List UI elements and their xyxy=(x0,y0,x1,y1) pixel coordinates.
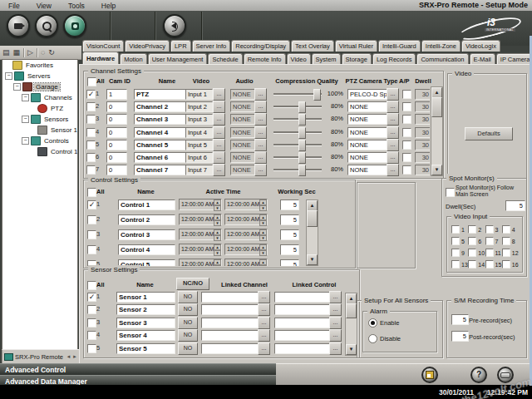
ptz-browse-button[interactable]: ... xyxy=(387,101,399,113)
expand-collapse-icon[interactable]: − xyxy=(22,94,29,101)
time-spinner[interactable]: ▴▾ xyxy=(214,214,221,224)
dwell-input[interactable]: 30 xyxy=(415,114,430,125)
video-input-checkbox[interactable] xyxy=(468,225,476,234)
tab-log-records[interactable]: Log Records xyxy=(372,53,416,65)
cam-id-input[interactable]: 0 xyxy=(106,127,127,138)
spin-down-icon[interactable]: ▾ xyxy=(214,250,221,256)
sensor-name-input[interactable]: Sensor 2 xyxy=(116,304,175,315)
video-input-option-13[interactable]: 13 xyxy=(451,260,468,268)
menu-file[interactable]: File xyxy=(0,1,28,11)
ncno-toggle-button[interactable]: NO xyxy=(178,303,198,316)
spin-up-icon[interactable]: ▴ xyxy=(259,214,267,220)
active-time-end-input[interactable]: 12:00:00 AM▴▾ xyxy=(224,244,268,255)
time-spinner[interactable]: ▴▾ xyxy=(214,200,221,209)
spin-down-icon[interactable]: ▾ xyxy=(259,205,267,211)
compression-quality-slider[interactable] xyxy=(273,118,322,121)
pre-record-input[interactable]: 5 xyxy=(451,314,469,325)
video-input-checkbox[interactable] xyxy=(502,249,510,257)
video-input-option-9[interactable]: 9 xyxy=(451,249,468,257)
video-input-checkbox[interactable] xyxy=(485,249,494,257)
video-input-field[interactable]: Input 1 xyxy=(185,89,213,100)
ncno-toggle-button[interactable]: NO xyxy=(178,291,198,303)
cam-id-input[interactable]: 0 xyxy=(106,140,127,150)
ap-checkbox[interactable] xyxy=(402,153,411,162)
video-input-option-10[interactable]: 10 xyxy=(468,249,485,257)
video-input-option-8[interactable]: 8 xyxy=(502,237,519,245)
tree-item-favorites[interactable]: Favorites xyxy=(2,60,77,71)
slider-thumb[interactable] xyxy=(298,152,306,164)
video-input-checkbox[interactable] xyxy=(451,225,460,234)
linked-control-field[interactable] xyxy=(274,318,331,328)
slider-thumb[interactable] xyxy=(313,89,321,101)
ap-checkbox[interactable] xyxy=(402,165,411,175)
video-input-checkbox[interactable] xyxy=(451,260,460,268)
tab-video[interactable]: Video xyxy=(287,53,311,65)
linked-control-browse-button[interactable]: ... xyxy=(329,342,342,355)
spin-down-icon[interactable]: ▾ xyxy=(214,220,221,226)
audio-browse-button[interactable]: ... xyxy=(254,88,267,101)
sensor-select-checkbox[interactable] xyxy=(87,344,96,353)
scroll-down-icon[interactable]: ▼ xyxy=(431,165,442,175)
linked-control-field[interactable] xyxy=(274,304,331,315)
spin-down-icon[interactable]: ▾ xyxy=(214,265,221,266)
dwell-sec-input[interactable]: 5 xyxy=(505,200,525,211)
tree-item-garage[interactable]: −Garage xyxy=(2,81,77,92)
working-sec-input[interactable]: 5 xyxy=(280,229,299,240)
active-time-end-input[interactable]: 12:00:00 AM▴▾ xyxy=(224,199,268,210)
ptz-camera-type-field[interactable]: NONE xyxy=(347,127,389,138)
video-browse-button[interactable]: ... xyxy=(213,88,225,101)
ncno-toggle-button[interactable]: NO xyxy=(178,342,198,355)
working-sec-input[interactable]: 5 xyxy=(280,244,299,255)
video-input-checkbox[interactable] xyxy=(451,249,460,257)
audio-browse-button[interactable]: ... xyxy=(254,126,267,139)
spin-up-icon[interactable]: ▴ xyxy=(214,229,221,235)
control-select-checkbox[interactable]: ✓ xyxy=(87,200,96,209)
video-input-checkbox[interactable] xyxy=(468,249,476,257)
spin-up-icon[interactable]: ▴ xyxy=(259,259,267,265)
linked-control-browse-button[interactable]: ... xyxy=(329,303,342,316)
video-browse-button[interactable]: ... xyxy=(213,164,225,176)
save-button[interactable] xyxy=(421,367,438,383)
expand-collapse-icon[interactable]: − xyxy=(5,72,12,80)
select-all-controls-checkbox[interactable] xyxy=(87,188,96,197)
control-name-input[interactable]: Control 2 xyxy=(118,214,175,225)
video-input-option-3[interactable]: 3 xyxy=(485,225,502,234)
spin-up-icon[interactable]: ▴ xyxy=(259,229,267,235)
ptz-browse-button[interactable]: ... xyxy=(387,88,399,101)
active-time-end-input[interactable]: 12:00:00 AM▴▾ xyxy=(224,229,268,240)
time-spinner[interactable]: ▴▾ xyxy=(214,244,221,254)
audio-button[interactable] xyxy=(163,14,186,37)
compression-quality-slider[interactable] xyxy=(273,106,322,108)
active-time-start-input[interactable]: 12:00:00 AM▴▾ xyxy=(179,199,222,210)
menu-help[interactable]: Help xyxy=(93,1,124,11)
active-time-start-input[interactable]: 12:00:00 AM▴▾ xyxy=(179,244,222,255)
active-time-start-input[interactable]: 12:00:00 AM▴▾ xyxy=(179,259,222,266)
control-scrollbar[interactable]: ▲ ▼ xyxy=(306,200,318,266)
spin-up-icon[interactable]: ▴ xyxy=(214,259,221,265)
cam-id-input[interactable]: 0 xyxy=(106,152,127,163)
time-spinner[interactable]: ▴▾ xyxy=(259,200,267,209)
tab-scroll-arrows[interactable]: ◄ ► xyxy=(66,354,79,359)
audio-browse-button[interactable]: ... xyxy=(254,113,267,126)
tab-hardware[interactable]: Hardware xyxy=(82,52,119,65)
spin-up-icon[interactable]: ▴ xyxy=(259,200,267,205)
refresh-icon[interactable]: ↻ xyxy=(48,48,55,57)
copy-icon[interactable]: ▤ xyxy=(2,48,10,57)
spin-up-icon[interactable]: ▴ xyxy=(259,244,267,250)
ap-checkbox[interactable] xyxy=(402,140,411,150)
sensor-select-checkbox[interactable] xyxy=(87,318,96,328)
advanced-control-bar[interactable]: Advanced Control xyxy=(0,363,276,375)
select-all-sensors-checkbox[interactable] xyxy=(87,281,96,290)
audio-input-field[interactable]: NONE xyxy=(230,89,256,100)
channel-select-checkbox[interactable]: ✓ xyxy=(86,90,96,99)
sensor-name-input[interactable]: Sensor 4 xyxy=(116,330,175,341)
linked-channel-field[interactable] xyxy=(201,304,259,315)
time-spinner[interactable]: ▴▾ xyxy=(259,214,267,224)
ap-checkbox[interactable] xyxy=(402,128,411,137)
linked-channel-field[interactable] xyxy=(201,330,259,341)
linked-channel-browse-button[interactable]: ... xyxy=(258,291,270,303)
tree-item-controls[interactable]: −Controls xyxy=(2,135,77,146)
video-input-option-1[interactable]: 1 xyxy=(451,225,468,234)
spin-down-icon[interactable]: ▾ xyxy=(214,235,221,241)
dwell-input[interactable]: 30 xyxy=(415,127,430,138)
